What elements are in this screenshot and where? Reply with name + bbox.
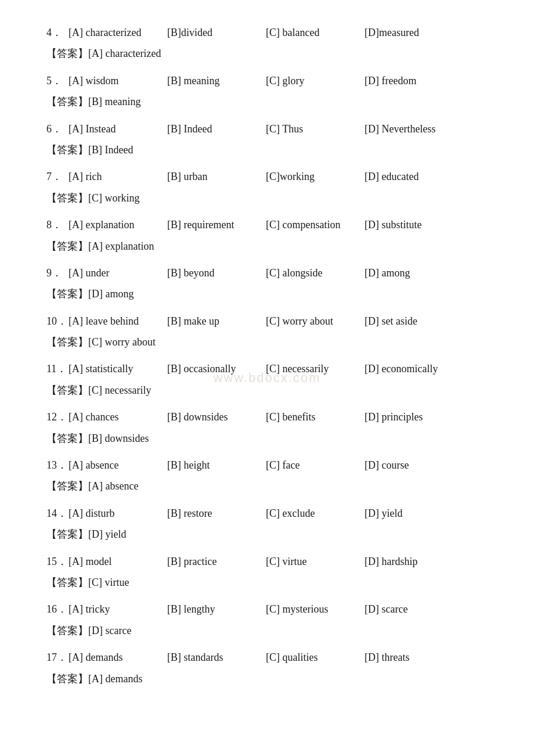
option-item: [C] glory [266,71,353,90]
option-item: [B] make up [167,312,254,330]
option-item: [C] necessarily [266,359,353,378]
question-number: 15． [46,552,68,571]
question-row: 5．[A] wisdom[B] meaning[C] glory[D] free… [46,71,488,90]
options-group: [A] demands[B] standards[C] qualities[D]… [68,648,488,667]
options-group: [A] explanation[B] requirement[C] compen… [68,215,488,234]
option-item: [C] Thus [266,120,353,138]
answer-row: 【答案】[B] meaning [46,92,488,111]
answer-row: 【答案】[B] downsides [46,429,488,448]
option-item: [B] standards [167,648,254,667]
option-item: [A] model [68,552,156,571]
question-row: 9．[A] under[B] beyond[C] alongside[D] am… [46,264,488,282]
question-number: 17． [46,648,68,667]
option-item: [D] substitute [365,215,452,234]
answer-row: 【答案】[B] Indeed [46,141,488,159]
option-item: [C] balanced [266,23,353,42]
option-item: [A] explanation [68,215,156,234]
option-item: [C] alongside [266,264,353,282]
option-item: [D]measured [365,23,452,42]
question-row: 14．[A] disturb[B] restore[C] exclude[D] … [46,504,488,523]
question-block: 11．[A] statistically[B] occasionally[C] … [46,359,488,399]
question-block: 17．[A] demands[B] standards[C] qualities… [46,648,488,688]
option-item: [D] freedom [365,71,452,90]
option-item: [B] beyond [167,264,254,282]
options-group: [A] wisdom[B] meaning[C] glory[D] freedo… [68,71,488,90]
option-item: [B] urban [167,167,254,186]
option-item: [D] educated [365,167,452,186]
question-row: 12．[A] chances[B] downsides[C] benefits[… [46,408,488,426]
question-block: 9．[A] under[B] beyond[C] alongside[D] am… [46,264,488,304]
option-item: [A] wisdom [68,71,156,90]
option-item: [B] lengthy [167,600,254,618]
question-number: 8． [46,215,68,234]
option-item: [A] Instead [68,120,156,138]
option-item: [D] among [365,264,452,282]
question-number: 6． [46,120,68,138]
option-item: [C]working [266,167,353,186]
question-block: 8．[A] explanation[B] requirement[C] comp… [46,215,488,255]
question-row: 15．[A] model[B] practice[C] virtue[D] ha… [46,552,488,571]
option-item: [B] practice [167,552,254,571]
option-item: [A] tricky [68,600,156,618]
question-number: 7． [46,167,68,186]
question-row: 16．[A] tricky[B] lengthy[C] mysterious[D… [46,600,488,618]
option-item: [C] face [266,456,353,474]
answer-row: 【答案】[D] yield [46,525,488,543]
options-group: [A] leave behind[B] make up[C] worry abo… [68,312,488,330]
question-block: 7．[A] rich[B] urban[C]working[D] educate… [46,167,488,207]
question-block: 16．[A] tricky[B] lengthy[C] mysterious[D… [46,600,488,640]
option-item: [C] compensation [266,215,353,234]
option-item: [B] height [167,456,254,474]
question-number: 4． [46,23,68,42]
option-item: [B] downsides [167,408,254,426]
option-item: [B] requirement [167,215,254,234]
option-item: [C] mysterious [266,600,353,618]
option-item: [D] threats [365,648,452,667]
question-row: 7．[A] rich[B] urban[C]working[D] educate… [46,167,488,186]
option-item: [D] yield [365,504,452,523]
option-item: [C] benefits [266,408,353,426]
question-number: 14． [46,504,68,523]
option-item: [D] hardship [365,552,452,571]
question-block: 13．[A] absence[B] height[C] face[D] cour… [46,456,488,496]
answer-row: 【答案】[D] scarce [46,621,488,640]
option-item: [C] worry about [266,312,353,330]
question-number: 13． [46,456,68,474]
options-group: [A] chances[B] downsides[C] benefits[D] … [68,408,488,426]
option-item: [B]divided [167,23,254,42]
question-row: 4．[A] characterized[B]divided[C] balance… [46,23,488,42]
option-item: [C] exclude [266,504,353,523]
answer-row: 【答案】[D] among [46,285,488,303]
answer-row: 【答案】[A] characterized [46,44,488,63]
question-block: 12．[A] chances[B] downsides[C] benefits[… [46,408,488,448]
option-item: [C] qualities [266,648,353,667]
option-item: [B] restore [167,504,254,523]
question-block: 6．[A] Instead[B] Indeed[C] Thus[D] Never… [46,120,488,160]
question-row: 13．[A] absence[B] height[C] face[D] cour… [46,456,488,474]
question-row: 6．[A] Instead[B] Indeed[C] Thus[D] Never… [46,120,488,138]
question-number: 9． [46,264,68,282]
option-item: [D] Nevertheless [365,120,452,138]
questions-container: 4．[A] characterized[B]divided[C] balance… [46,23,488,688]
question-row: 10．[A] leave behind[B] make up[C] worry … [46,312,488,330]
question-row: 8．[A] explanation[B] requirement[C] comp… [46,215,488,234]
question-block: 15．[A] model[B] practice[C] virtue[D] ha… [46,552,488,592]
option-item: [A] characterized [68,23,156,42]
answer-row: 【答案】[A] absence [46,477,488,495]
question-block: 4．[A] characterized[B]divided[C] balance… [46,23,488,63]
options-group: [A] absence[B] height[C] face[D] course [68,456,488,474]
option-item: [A] absence [68,456,156,474]
answer-row: 【答案】[A] demands [46,669,488,688]
option-item: [A] leave behind [68,312,156,330]
question-block: 5．[A] wisdom[B] meaning[C] glory[D] free… [46,71,488,111]
option-item: [D] course [365,456,452,474]
answer-row: 【答案】[A] explanation [46,237,488,255]
answer-row: 【答案】[C] worry about [46,333,488,351]
options-group: [A] statistically[B] occasionally[C] nec… [68,359,488,378]
options-group: [A] disturb[B] restore[C] exclude[D] yie… [68,504,488,523]
question-number: 11． [46,359,68,378]
answer-row: 【答案】[C] working [46,189,488,207]
option-item: [B] Indeed [167,120,254,138]
option-item: [A] statistically [68,359,156,378]
question-block: 10．[A] leave behind[B] make up[C] worry … [46,312,488,352]
